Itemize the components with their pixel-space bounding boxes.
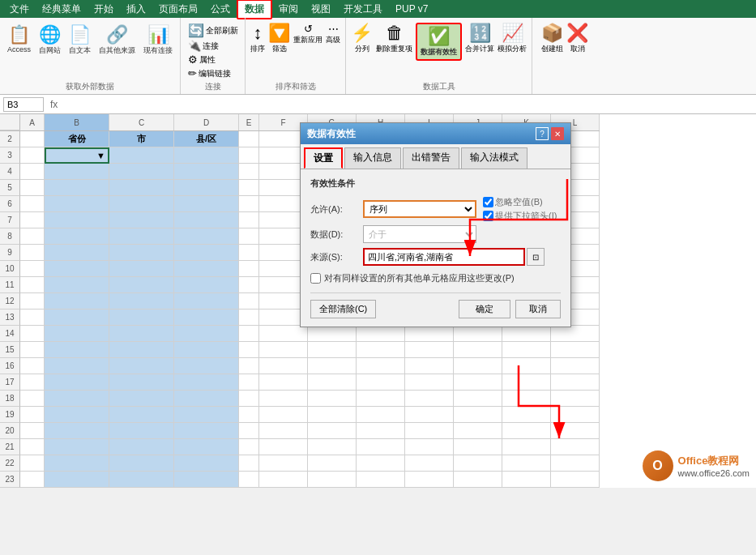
list-item[interactable] (239, 228, 259, 245)
list-item[interactable] (357, 374, 405, 391)
list-item[interactable] (109, 455, 174, 472)
dialog-tab-input-info[interactable]: 输入信息 (344, 147, 401, 169)
dialog-source-selector-btn[interactable]: ⊡ (527, 248, 545, 266)
list-item[interactable] (308, 423, 357, 439)
list-item[interactable] (502, 472, 551, 488)
list-item[interactable] (109, 277, 174, 293)
list-item[interactable] (45, 293, 109, 310)
list-item[interactable] (308, 391, 357, 407)
menu-wenjian[interactable]: 文件 (3, 1, 36, 18)
cell-ref-input[interactable]: B3 (3, 97, 44, 112)
list-item[interactable] (174, 293, 239, 310)
list-item[interactable] (357, 455, 405, 472)
list-item[interactable] (502, 455, 551, 472)
list-item[interactable] (20, 310, 45, 326)
menu-kaishi[interactable]: 开始 (88, 1, 120, 18)
list-item[interactable] (502, 391, 551, 407)
list-item[interactable] (239, 147, 259, 164)
list-item[interactable] (259, 439, 308, 455)
list-item[interactable] (174, 407, 239, 423)
list-item[interactable] (109, 147, 174, 164)
dialog-close-button[interactable]: ✕ (551, 127, 564, 140)
list-item[interactable] (308, 472, 357, 488)
list-item[interactable] (308, 439, 357, 455)
list-item[interactable] (174, 455, 239, 472)
menu-shitu[interactable]: 视图 (305, 1, 337, 18)
list-item[interactable] (20, 342, 45, 358)
list-item[interactable] (174, 423, 239, 439)
ribbon-btn-filter[interactable]: 🔽 筛选 (268, 23, 290, 54)
list-item[interactable] (308, 374, 357, 391)
list-item[interactable] (109, 391, 174, 407)
list-item[interactable] (109, 293, 174, 310)
list-item[interactable] (239, 261, 259, 277)
dialog-clear-btn[interactable]: 全部清除(C) (310, 300, 376, 318)
list-item[interactable] (357, 472, 405, 488)
dialog-data-select[interactable]: 介于 (363, 225, 476, 243)
list-item[interactable] (45, 310, 109, 326)
list-item[interactable] (454, 326, 502, 342)
list-item[interactable] (109, 196, 174, 212)
list-item[interactable] (239, 293, 259, 310)
list-item[interactable] (45, 423, 109, 439)
list-item[interactable] (174, 180, 239, 196)
ribbon-btn-other-sources[interactable]: 🔗 自其他来源 (96, 23, 138, 58)
ribbon-btn-properties[interactable]: ⚙属性 (188, 53, 216, 66)
list-item[interactable] (45, 391, 109, 407)
list-item[interactable] (20, 164, 45, 180)
list-item[interactable] (502, 439, 551, 455)
list-item[interactable] (109, 358, 174, 374)
list-item[interactable] (239, 131, 259, 147)
list-item[interactable] (109, 407, 174, 423)
list-item[interactable] (174, 212, 239, 228)
menu-charu[interactable]: 插入 (120, 1, 152, 18)
list-item[interactable] (259, 342, 308, 358)
list-item[interactable] (239, 196, 259, 212)
list-item[interactable] (405, 423, 454, 439)
list-item[interactable] (239, 310, 259, 326)
ribbon-btn-split-col[interactable]: ⚡ 分列 (351, 23, 373, 54)
dialog-apply-check[interactable] (310, 273, 321, 284)
list-item[interactable] (20, 147, 45, 164)
list-item[interactable]: 县/区 (174, 131, 239, 147)
list-item[interactable] (405, 326, 454, 342)
list-item[interactable] (45, 358, 109, 374)
list-item[interactable]: 省份 (45, 131, 109, 147)
list-item[interactable] (259, 374, 308, 391)
list-item[interactable] (405, 391, 454, 407)
list-item[interactable] (259, 423, 308, 439)
ribbon-btn-simulate[interactable]: 📈 模拟分析 (498, 23, 527, 54)
ribbon-btn-connection[interactable]: 🔌连接 (188, 40, 219, 52)
list-item[interactable] (20, 212, 45, 228)
list-item[interactable] (454, 407, 502, 423)
ribbon-btn-reapply[interactable]: ↺ 重新应用 (293, 23, 322, 45)
list-item[interactable] (109, 245, 174, 261)
list-item[interactable] (551, 358, 600, 374)
dialog-allow-select[interactable]: 序列 (363, 200, 476, 218)
list-item[interactable] (454, 472, 502, 488)
list-item[interactable] (109, 326, 174, 342)
list-item[interactable]: ▼ (45, 147, 109, 164)
list-item[interactable] (45, 196, 109, 212)
list-item[interactable] (20, 326, 45, 342)
list-item[interactable] (551, 455, 600, 472)
list-item[interactable] (502, 423, 551, 439)
list-item[interactable] (109, 374, 174, 391)
list-item[interactable] (405, 342, 454, 358)
list-item[interactable] (239, 326, 259, 342)
list-item[interactable] (308, 407, 357, 423)
dialog-dropdown-check[interactable] (483, 211, 493, 221)
list-item[interactable] (259, 455, 308, 472)
list-item[interactable] (502, 342, 551, 358)
list-item[interactable] (308, 342, 357, 358)
list-item[interactable] (45, 261, 109, 277)
ribbon-btn-remove-dup[interactable]: 🗑 删除重复项 (376, 23, 412, 54)
list-item[interactable] (174, 261, 239, 277)
list-item[interactable] (20, 196, 45, 212)
list-item[interactable] (239, 455, 259, 472)
list-item[interactable] (239, 439, 259, 455)
list-item[interactable] (239, 358, 259, 374)
menu-kaifagongju[interactable]: 开发工具 (337, 1, 389, 18)
list-item[interactable] (45, 212, 109, 228)
list-item[interactable] (174, 472, 239, 488)
